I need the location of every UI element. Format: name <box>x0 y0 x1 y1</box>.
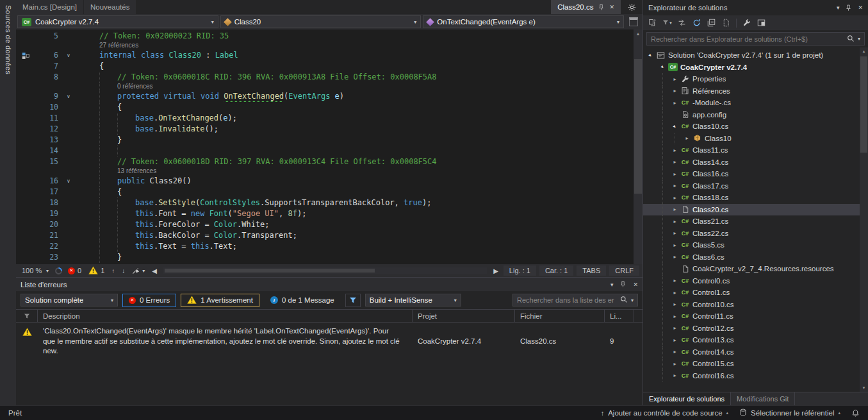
pin-icon[interactable] <box>619 281 626 288</box>
close-icon[interactable]: ✕ <box>609 4 614 10</box>
tree-item-properties[interactable]: ▸Properties <box>643 73 868 85</box>
scrollbar-thumb[interactable] <box>634 59 642 194</box>
expand-arrow-icon[interactable]: ▸ <box>670 325 680 331</box>
code-editor[interactable]: 5// Token: 0x02000023 RID: 3527 référenc… <box>16 29 643 264</box>
properties-icon[interactable] <box>740 17 753 29</box>
notifications-bell-icon[interactable] <box>851 409 860 417</box>
expand-arrow-icon[interactable]: ▸ <box>670 290 680 296</box>
tree-scrollbar[interactable]: ▲ ▼ <box>860 47 868 392</box>
error-list-search-input[interactable]: Rechercher dans la liste des er ▾ <box>512 294 638 307</box>
expand-arrow-icon[interactable]: ▸ <box>670 314 680 319</box>
tab-class20-cs[interactable]: Class20.cs ✕ <box>551 0 621 14</box>
scope-dropdown[interactable]: Solution complète ▾ <box>20 294 118 307</box>
scroll-left-icon[interactable]: ◀ <box>150 267 159 274</box>
preview-selected-icon[interactable] <box>755 17 768 29</box>
tree-item-control10-cs[interactable]: ▸C#Control10.cs <box>643 299 868 311</box>
tree-item-control11-cs[interactable]: ▸C#Control11.cs <box>643 310 868 323</box>
tree-item-solution-coakcrypter-v2-7-4-1-sur-1-de-projet[interactable]: ▸Solution 'CoakCrypter v2.7.4' (1 sur 1 … <box>643 49 868 62</box>
add-to-source-control-button[interactable]: ↑ Ajouter au contrôle de code source ▴ <box>601 409 728 417</box>
search-icon[interactable] <box>620 296 628 305</box>
tree-item-control15-cs[interactable]: ▸C#Control15.cs <box>643 358 868 370</box>
line-indicator[interactable]: Lig. : 1 <box>504 265 536 276</box>
zoom-select[interactable]: 100 % ▾ <box>19 265 51 276</box>
warnings-filter-button[interactable]: 1 Avertissement <box>181 294 259 307</box>
tree-item-class11-cs[interactable]: ▸C#Class11.cs <box>643 144 868 156</box>
column-line[interactable]: Li... <box>605 310 634 322</box>
tree-item-coakcrypter-v2-7-4-resources-resources[interactable]: CoakCrypter_v2_7_4.Resources.resources <box>643 263 868 275</box>
tree-item-class14-cs[interactable]: ▸C#Class14.cs <box>643 156 868 169</box>
expand-arrow-icon[interactable]: ▸ <box>670 88 680 94</box>
chevron-down-icon[interactable]: ▾ <box>858 36 860 42</box>
tab-solution-explorer[interactable]: Explorateur de solutions <box>643 392 731 405</box>
close-icon[interactable]: ✕ <box>633 281 638 288</box>
tree-item-class10[interactable]: ▸Class10 <box>643 133 868 145</box>
collapse-arrow-icon[interactable]: ▸ <box>657 62 668 72</box>
scroll-up-icon[interactable]: ▲ <box>634 29 643 38</box>
scroll-right-icon[interactable]: ▶ <box>491 267 500 274</box>
scrollbar-thumb[interactable] <box>165 269 375 273</box>
tree-item-control16-cs[interactable]: ▸C#Control16.cs <box>643 370 868 382</box>
type-dropdown[interactable]: Class20 ▾ <box>220 15 422 28</box>
expand-arrow-icon[interactable]: ▸ <box>670 171 680 177</box>
tree-item-app-config[interactable]: app.config <box>643 109 868 121</box>
expand-arrow-icon[interactable]: ▸ <box>670 242 680 248</box>
codelens-references[interactable]: 13 références <box>117 167 156 174</box>
expand-arrow-icon[interactable]: ▸ <box>670 230 680 236</box>
error-list-row[interactable]: 'Class20.OnTextChanged(EventArgs)' masqu… <box>16 323 643 357</box>
window-position-icon[interactable]: ▾ <box>837 4 840 11</box>
tree-item-r-f-rences[interactable]: ▸Références <box>643 85 868 97</box>
select-repository-button[interactable]: Sélectionner le référentiel ▴ <box>739 408 840 417</box>
document-health-icon[interactable] <box>54 267 63 275</box>
collapse-arrow-icon[interactable]: ▸ <box>645 50 656 61</box>
source-dropdown[interactable]: Build + IntelliSense ▾ <box>365 294 461 307</box>
expand-arrow-icon[interactable]: ▸ <box>670 219 680 224</box>
close-icon[interactable]: ✕ <box>858 4 863 11</box>
scroll-up-icon[interactable]: ▲ <box>860 47 868 55</box>
column-indicator[interactable]: Car. : 1 <box>539 265 573 276</box>
messages-filter-button[interactable]: i 0 de 1 Message <box>264 294 341 307</box>
tabs-indicator[interactable]: TABS <box>577 265 606 276</box>
tree-item-class5-cs[interactable]: ▸C#Class5.cs <box>643 239 868 251</box>
expand-arrow-icon[interactable]: ▸ <box>670 206 680 212</box>
tree-item-control1-cs[interactable]: ▸C#Control1.cs <box>643 287 868 299</box>
project-dropdown[interactable]: C# CoakCrypter v2.7.4 ▾ <box>17 15 218 28</box>
solution-search-input[interactable]: Rechercher dans Explorateur de solutions… <box>646 32 865 46</box>
tab-main-cs-design[interactable]: Main.cs [Design] <box>16 0 83 14</box>
expand-arrow-icon[interactable]: ▸ <box>682 135 692 141</box>
expand-arrow-icon[interactable]: ▸ <box>670 100 680 106</box>
search-icon[interactable] <box>847 35 855 44</box>
tree-item-class18-cs[interactable]: ▸C#Class18.cs <box>643 192 868 204</box>
collapse-arrow-icon[interactable]: ▸ <box>669 121 680 132</box>
tree-item-class21-cs[interactable]: ▸C#Class21.cs <box>643 215 868 228</box>
tree-item-control12-cs[interactable]: ▸C#Control12.cs <box>643 323 868 335</box>
codelens-references[interactable]: 0 références <box>117 83 153 90</box>
editor-vertical-scrollbar[interactable]: ▲ <box>634 29 643 264</box>
tree-item-class20-cs[interactable]: ▸Class20.cs <box>643 204 868 216</box>
expand-arrow-icon[interactable]: ▸ <box>670 195 680 201</box>
show-all-files-icon[interactable] <box>719 17 733 29</box>
warning-count[interactable]: 1 <box>86 266 106 276</box>
next-issue-icon[interactable]: ↓ <box>120 267 127 274</box>
tree-item-class22-cs[interactable]: ▸C#Class22.cs <box>643 228 868 240</box>
scrollbar-thumb[interactable] <box>860 56 867 153</box>
chevron-down-icon[interactable]: ▾ <box>631 298 634 303</box>
sync-with-active-document-icon[interactable] <box>675 17 689 29</box>
severity-column-header[interactable] <box>16 310 38 322</box>
expand-arrow-icon[interactable]: ▸ <box>670 373 680 378</box>
fold-collapse-icon[interactable]: ∨ <box>62 176 75 187</box>
expand-arrow-icon[interactable]: ▸ <box>670 147 680 153</box>
tree-item-class6-cs[interactable]: ▸C#Class6.cs <box>643 251 868 264</box>
fold-collapse-icon[interactable]: ∨ <box>62 50 75 61</box>
column-project[interactable]: Projet <box>413 310 515 322</box>
expand-arrow-icon[interactable]: ▸ <box>670 183 680 189</box>
filter-icon[interactable] <box>345 294 361 307</box>
expand-arrow-icon[interactable]: ▸ <box>670 361 680 367</box>
tree-item-module-cs[interactable]: ▸C#-Module-.cs <box>643 97 868 109</box>
expand-arrow-icon[interactable]: ▸ <box>670 349 680 355</box>
refresh-icon[interactable] <box>690 17 703 29</box>
errors-filter-button[interactable]: ✕ 0 Erreurs <box>122 294 176 307</box>
settings-gear-icon[interactable] <box>621 0 643 14</box>
expand-arrow-icon[interactable]: ▸ <box>670 254 680 260</box>
tree-item-control0-cs[interactable]: ▸C#Control0.cs <box>643 275 868 287</box>
scroll-down-icon[interactable]: ▼ <box>860 384 868 392</box>
